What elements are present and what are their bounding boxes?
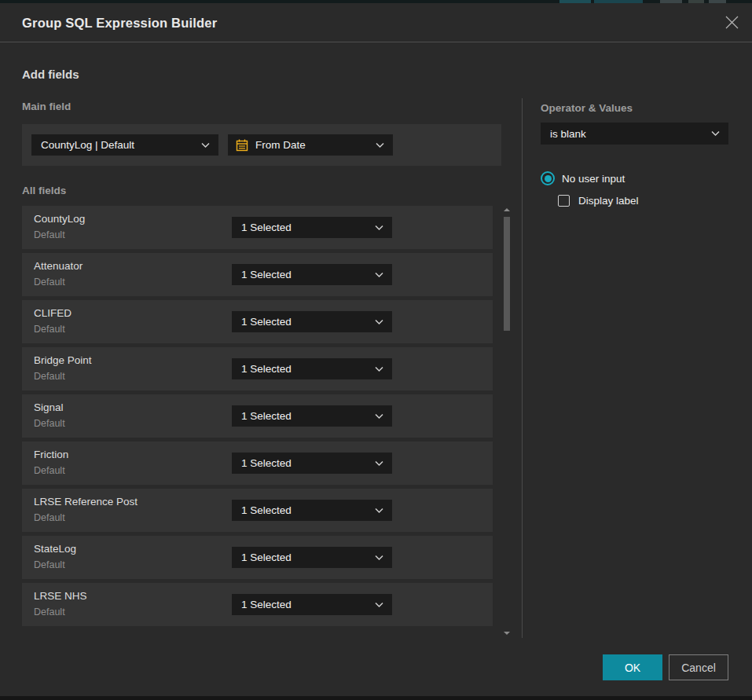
dropdown-value: 1 Selected [241,552,292,563]
chevron-down-icon [201,142,210,148]
display-label-checkbox[interactable] [558,195,570,207]
no-user-input-radio[interactable] [541,171,555,185]
dialog-title: Group SQL Expression Builder [22,3,217,42]
field-name: LRSE NHS [34,590,87,602]
chevron-down-icon [375,366,383,372]
scroll-up-arrow-icon[interactable] [504,208,510,211]
screen: Group SQL Expression Builder Add fields … [0,0,752,700]
dialog-titlebar: Group SQL Expression Builder [0,3,752,42]
dropdown-value: From Date [255,139,306,151]
add-fields-heading: Add fields [22,68,79,81]
all-fields-list: CountyLog Default 1 Selected Attenuator … [22,206,493,630]
dropdown-value: CountyLog | Default [41,139,134,151]
main-field-label: Main field [22,101,71,112]
field-row: StateLog Default 1 Selected [22,536,493,579]
chevron-down-icon [375,272,383,277]
display-label-text: Display label [578,195,639,207]
ok-button[interactable]: OK [603,654,662,680]
field-row: LRSE Reference Post Default 1 Selected [22,489,493,532]
field-name: Signal [34,401,64,413]
dropdown-value: 1 Selected [241,410,292,422]
chevron-down-icon [375,602,383,607]
no-user-input-option: No user input [541,171,625,185]
main-field-panel: CountyLog | Default From Date [22,124,501,166]
chevron-down-icon [375,555,383,560]
field-sublabel: Default [34,229,65,240]
dropdown-value: 1 Selected [241,363,292,375]
field-selection-dropdown[interactable]: 1 Selected [232,217,392,238]
operator-values-label: Operator & Values [541,102,633,114]
chevron-down-icon [375,225,383,230]
field-sublabel: Default [34,512,65,523]
field-selection-dropdown[interactable]: 1 Selected [232,547,392,568]
field-row: Attenuator Default 1 Selected [22,253,493,296]
dropdown-value: 1 Selected [241,457,292,469]
dropdown-value: 1 Selected [241,316,292,328]
field-name: Bridge Point [34,354,92,366]
dropdown-value: 1 Selected [241,222,292,233]
field-selection-dropdown[interactable]: 1 Selected [232,453,392,474]
field-row: Bridge Point Default 1 Selected [22,347,493,390]
field-name: Attenuator [34,260,83,272]
field-selection-dropdown[interactable]: 1 Selected [232,311,392,332]
field-sublabel: Default [34,277,65,288]
no-user-input-label: No user input [562,173,625,185]
field-sublabel: Default [34,607,65,618]
main-field-dropdown[interactable]: From Date [228,134,393,156]
scroll-down-arrow-icon[interactable] [504,632,510,635]
field-row: CLIFED Default 1 Selected [22,300,493,343]
close-icon[interactable] [723,13,740,31]
scrollbar[interactable] [503,206,511,636]
field-row: Signal Default 1 Selected [22,394,493,438]
chevron-down-icon [711,131,720,137]
chevron-down-icon [375,460,383,466]
field-selection-dropdown[interactable]: 1 Selected [232,594,392,615]
field-name: CLIFED [34,307,72,319]
field-selection-dropdown[interactable]: 1 Selected [232,405,392,427]
field-selection-dropdown[interactable]: 1 Selected [232,264,392,285]
all-fields-label: All fields [22,185,66,196]
scrollbar-thumb[interactable] [504,217,510,331]
field-sublabel: Default [34,465,65,476]
dropdown-value: 1 Selected [241,504,292,516]
field-row: Friction Default 1 Selected [22,442,493,485]
display-label-option: Display label [558,195,639,207]
field-name: Friction [34,449,68,460]
field-name: LRSE Reference Post [34,496,138,508]
chevron-down-icon [375,413,383,419]
calendar-icon [236,139,248,152]
field-sublabel: Default [34,324,65,335]
dropdown-value: 1 Selected [241,269,292,280]
chevron-down-icon [375,508,383,513]
panel-divider [522,98,523,638]
field-sublabel: Default [34,418,65,429]
dropdown-value: 1 Selected [241,599,292,610]
field-row: CountyLog Default 1 Selected [22,206,493,249]
field-selection-dropdown[interactable]: 1 Selected [232,500,392,521]
dropdown-value: is blank [550,128,586,140]
field-name: CountyLog [34,213,85,225]
field-sublabel: Default [34,559,65,570]
chevron-down-icon [376,142,384,148]
field-sublabel: Default [34,371,65,382]
main-layer-dropdown[interactable]: CountyLog | Default [31,134,218,156]
chevron-down-icon [375,319,383,324]
field-selection-dropdown[interactable]: 1 Selected [232,358,392,379]
group-sql-expression-builder-dialog: Group SQL Expression Builder Add fields … [0,3,752,696]
cancel-button[interactable]: Cancel [669,654,728,680]
operator-dropdown[interactable]: is blank [541,123,728,145]
field-name: StateLog [34,543,76,555]
field-row: LRSE NHS Default 1 Selected [22,583,493,626]
